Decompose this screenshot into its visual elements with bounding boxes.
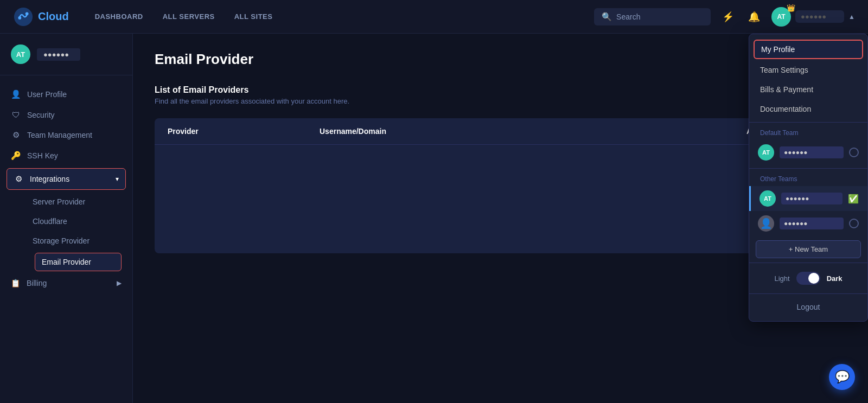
sidebar-item-integrations[interactable]: ⚙ Integrations ▾	[7, 168, 126, 190]
integrations-icon: ⚙	[14, 174, 23, 184]
user-menu-trigger[interactable]: AT 👑 ●●●●●● ▲	[771, 7, 855, 27]
other-team-2-radio[interactable]	[849, 219, 859, 228]
sidebar-item-label: SSH Key	[27, 151, 58, 160]
sidebar-username: ●●●●●●	[37, 48, 80, 61]
other-team-2-name: ●●●●●●	[780, 218, 844, 229]
dropdown-bills-payment[interactable]: Bills & Payment	[749, 80, 867, 99]
avatar[interactable]: AT 👑	[771, 7, 791, 27]
page-title: Email Provider	[155, 51, 846, 68]
theme-toggle[interactable]	[796, 272, 820, 285]
chat-button[interactable]: 💬	[829, 364, 855, 390]
sidebar-item-security[interactable]: 🛡 Security	[0, 105, 132, 125]
divider-4	[749, 293, 867, 294]
logo-text: Cloud	[38, 10, 69, 23]
divider-2	[749, 168, 867, 169]
col-provider: Provider	[168, 127, 320, 136]
providers-section: List of Email Providers Find all the ema…	[155, 85, 846, 253]
other-team-1-avatar: AT	[760, 190, 776, 207]
other-teams-label: Other Teams	[749, 172, 867, 186]
chevron-up-icon[interactable]: ▲	[848, 13, 855, 21]
svg-point-2	[25, 12, 29, 15]
nav-all-sites[interactable]: ALL SITES	[234, 12, 273, 21]
integrations-submenu: Server Provider Cloudflare Storage Provi…	[0, 192, 132, 271]
default-team-label: Default Team	[749, 126, 867, 140]
light-label: Light	[774, 274, 789, 283]
default-team-radio[interactable]	[849, 148, 859, 157]
theme-toggle-row: Light Dark	[749, 266, 867, 290]
default-team-name: ●●●●●●	[780, 146, 844, 158]
logout-button[interactable]: Logout	[749, 297, 867, 317]
svg-point-1	[18, 16, 22, 20]
other-team-1-row[interactable]: AT ●●●●●● ✅	[749, 186, 867, 211]
sidebar: AT ●●●●●● 👤 User Profile 🛡 Security ⚙ Te…	[0, 34, 133, 403]
sidebar-item-team-management[interactable]: ⚙ Team Management	[0, 125, 132, 145]
nav-dashboard[interactable]: DASHBOARD	[95, 12, 143, 21]
sidebar-sub-email-provider[interactable]: Email Provider	[35, 253, 122, 271]
security-icon: 🛡	[11, 110, 21, 119]
dropdown-documentation[interactable]: Documentation	[749, 99, 867, 119]
activity-icon[interactable]: ⚡	[719, 8, 737, 25]
other-team-1-name: ●●●●●●	[781, 193, 843, 204]
other-team-2-avatar: 👤	[758, 215, 774, 232]
chat-icon: 💬	[835, 370, 850, 384]
dark-label: Dark	[827, 274, 843, 283]
sidebar-sub-storage-provider[interactable]: Storage Provider	[22, 231, 132, 251]
sidebar-item-label: Security	[27, 111, 55, 119]
providers-table: Provider Username/Domain Actions	[155, 118, 846, 253]
nav-all-servers[interactable]: ALL SERVERS	[163, 12, 215, 21]
table-body	[155, 145, 846, 253]
col-username-domain: Username/Domain	[320, 127, 746, 136]
sidebar-avatar: AT	[11, 44, 30, 64]
username-display: ●●●●●●	[795, 10, 844, 23]
search-box[interactable]: 🔍	[594, 8, 711, 25]
default-team-avatar: AT	[758, 144, 774, 161]
check-icon: ✅	[848, 194, 859, 204]
other-team-2-row[interactable]: 👤 ●●●●●●	[749, 211, 867, 236]
search-input[interactable]	[616, 12, 703, 21]
topnav: Cloud DASHBOARD ALL SERVERS ALL SITES 🔍 …	[0, 0, 868, 34]
dropdown-menu: My Profile Team Settings Bills & Payment…	[749, 34, 868, 322]
section-sub: Find all the email providers associated …	[155, 97, 846, 105]
divider-3	[749, 263, 867, 263]
default-team-row[interactable]: AT ●●●●●●	[749, 140, 867, 165]
billing-chevron-icon: ▶	[117, 279, 122, 287]
sidebar-item-ssh-key[interactable]: 🔑 SSH Key	[0, 145, 132, 166]
avatar-initials: AT	[777, 13, 786, 21]
sidebar-user: AT ●●●●●●	[0, 44, 132, 75]
sidebar-item-label: Billing	[27, 279, 47, 287]
sidebar-sub-cloudflare[interactable]: Cloudflare	[22, 212, 132, 231]
bell-icon[interactable]: 🔔	[745, 8, 763, 25]
dropdown-my-profile[interactable]: My Profile	[754, 40, 863, 59]
sidebar-sub-server-provider[interactable]: Server Provider	[22, 192, 132, 212]
sidebar-item-label: User Profile	[27, 90, 67, 99]
table-header: Provider Username/Domain Actions	[155, 118, 846, 145]
sidebar-item-user-profile[interactable]: 👤 User Profile	[0, 84, 132, 105]
chevron-down-icon: ▾	[116, 175, 119, 183]
dropdown-team-settings[interactable]: Team Settings	[749, 60, 867, 80]
crown-icon: 👑	[787, 4, 795, 12]
search-icon: 🔍	[602, 12, 612, 22]
new-team-button[interactable]: + New Team	[756, 240, 861, 258]
section-heading: List of Email Providers	[155, 85, 846, 95]
team-icon: ⚙	[11, 130, 21, 140]
toggle-knob	[808, 273, 819, 284]
sidebar-item-label: Integrations	[30, 175, 69, 183]
sidebar-item-label: Team Management	[27, 131, 92, 139]
divider-1	[749, 122, 867, 123]
billing-icon: 📋	[11, 279, 20, 287]
user-profile-icon: 👤	[11, 89, 21, 99]
layout: AT ●●●●●● 👤 User Profile 🛡 Security ⚙ Te…	[0, 34, 868, 403]
logo[interactable]: Cloud	[13, 7, 69, 27]
nav-links: DASHBOARD ALL SERVERS ALL SITES	[95, 12, 594, 21]
ssh-icon: 🔑	[11, 151, 21, 161]
topnav-right: 🔍 ⚡ 🔔 AT 👑 ●●●●●● ▲	[594, 7, 855, 27]
sidebar-item-billing[interactable]: 📋 Billing ▶	[0, 273, 132, 293]
